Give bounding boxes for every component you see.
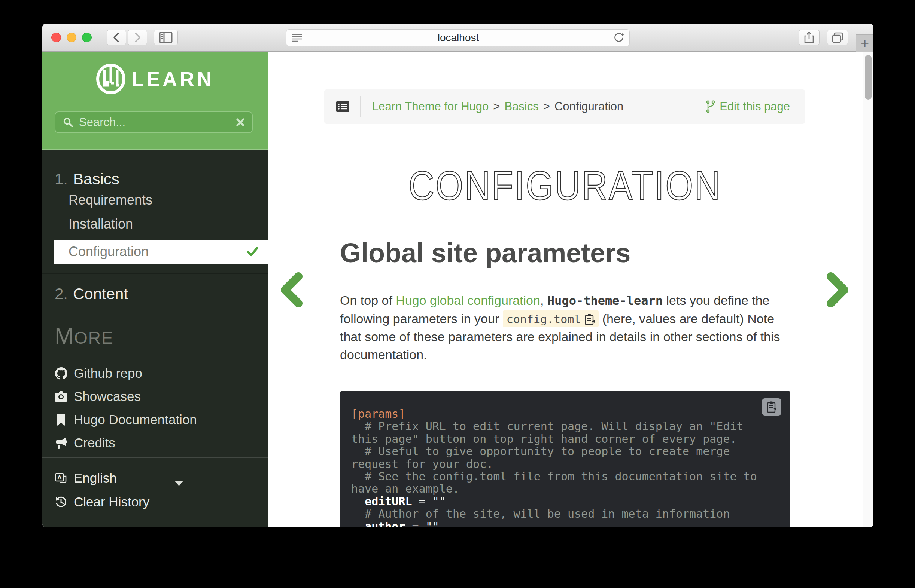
clipboard-copy-icon (766, 401, 777, 413)
sidebar-section-basics[interactable]: 1.Basics (42, 170, 268, 188)
browser-toolbar: localhost (42, 24, 873, 52)
github-icon (55, 367, 67, 380)
tabs-icon (831, 32, 844, 43)
sidebar-item-label: Installation (68, 216, 133, 231)
address-bar[interactable]: localhost (286, 29, 630, 46)
sidebar-link-hugo-documentation[interactable]: Hugo Documentation (42, 408, 268, 431)
forward-icon (133, 32, 142, 43)
code-line: # Useful to give opportunity to people t… (351, 445, 779, 457)
sidebar: LEARN Search... (42, 52, 268, 527)
sidebar-item-configuration[interactable]: Configuration (54, 240, 268, 264)
svg-text:A: A (58, 474, 62, 480)
search-placeholder: Search... (79, 116, 236, 129)
inline-code-text: config.toml (507, 313, 581, 326)
camera-icon (55, 391, 67, 402)
page-title-text: CONFIGURATION (408, 162, 721, 208)
list-icon[interactable] (336, 101, 349, 112)
back-button[interactable] (107, 29, 126, 45)
section-title: Basics (73, 170, 120, 188)
clear-history-label: Clear History (74, 494, 149, 509)
zoom-window-button[interactable] (82, 32, 92, 42)
page-scrollbar[interactable] (863, 52, 873, 527)
code-line: have an example. (351, 483, 779, 495)
search-icon (63, 117, 73, 128)
section-number: 2. (55, 285, 68, 303)
sidebar-toggle-button[interactable] (154, 29, 178, 45)
bullhorn-icon (55, 437, 67, 449)
clear-search-icon[interactable] (236, 118, 245, 126)
tabs-overview-button[interactable] (827, 29, 848, 45)
window-controls (42, 32, 92, 42)
section-number: 1. (55, 170, 68, 188)
reader-icon[interactable] (292, 33, 303, 43)
next-page-arrow[interactable] (826, 272, 850, 308)
history-icon (55, 496, 67, 508)
theme-name-bold: Hugo-theme-learn (547, 294, 663, 308)
breadcrumb-link-basics[interactable]: Basics (504, 100, 538, 113)
share-button[interactable] (798, 29, 819, 45)
sidebar-link-label: Github repo (74, 366, 142, 381)
scrollbar-thumb[interactable] (865, 55, 871, 100)
breadcrumb: Learn Theme for Hugo > Basics > Configur… (324, 89, 805, 124)
sidebar-link-showcases[interactable]: Showcases (42, 385, 268, 408)
edit-this-page-link[interactable]: Edit this page (706, 100, 790, 113)
browser-window: localhost (42, 24, 873, 527)
minimize-window-button[interactable] (66, 32, 76, 42)
bookmark-icon (57, 414, 65, 426)
sidebar-link-label: Credits (74, 435, 115, 450)
breadcrumb-link-site[interactable]: Learn Theme for Hugo (372, 100, 489, 113)
sidebar-header: LEARN Search... (42, 52, 268, 150)
logo-text: LEARN (131, 67, 214, 90)
sidebar-toggle-icon (159, 32, 173, 43)
intro-paragraph: On top of Hugo global configuration, Hug… (340, 292, 790, 363)
search-input[interactable]: Search... (55, 111, 253, 133)
chevron-down-icon (174, 480, 184, 486)
forward-button[interactable] (128, 29, 147, 45)
share-icon (804, 31, 814, 44)
sidebar-item-label: Requirements (68, 192, 152, 208)
inline-code: config.toml (503, 310, 599, 327)
prev-page-arrow[interactable] (280, 272, 303, 308)
more-heading: More (55, 323, 268, 349)
close-window-button[interactable] (51, 32, 61, 42)
back-icon (112, 32, 121, 43)
copy-code-button[interactable] (762, 398, 781, 415)
code-line: editURL = "" (351, 495, 779, 507)
sidebar-section-content[interactable]: 2.Content (42, 285, 268, 303)
page-title: CONFIGURATION (340, 161, 790, 213)
hugo-global-configuration-link[interactable]: Hugo global configuration (396, 293, 540, 307)
clear-history-button[interactable]: Clear History (42, 490, 268, 514)
breadcrumb-current: Configuration (554, 100, 623, 113)
sidebar-item-installation[interactable]: Installation (42, 212, 268, 236)
breadcrumb-divider (360, 96, 361, 118)
sidebar-link-github-repo[interactable]: Github repo (42, 362, 268, 385)
sidebar-item-requirements[interactable]: Requirements (42, 188, 268, 212)
code-line: [params] (351, 408, 779, 420)
language-icon: A (55, 472, 67, 484)
code-line: request for your doc. (351, 458, 779, 470)
code-line: this page" button on top right hand corn… (351, 433, 779, 445)
sidebar-footer: A English Clear Hi (42, 457, 268, 527)
sidebar-menu: 1.Basics Requirements Installation Confi… (42, 150, 268, 527)
check-icon (247, 247, 258, 257)
code-line: # See the config.toml file from this doc… (351, 470, 779, 483)
reload-icon[interactable] (614, 32, 624, 43)
sidebar-link-label: Hugo Documentation (74, 412, 197, 427)
language-selector[interactable]: A English (42, 466, 268, 490)
breadcrumb-separator: > (543, 100, 550, 113)
sidebar-item-label: Configuration (68, 245, 149, 258)
url-text: localhost (303, 32, 614, 44)
section-heading: Global site parameters (340, 238, 630, 268)
code-line: author = "" (351, 520, 779, 527)
edit-this-page-label: Edit this page (719, 100, 790, 113)
learn-logo-icon (96, 64, 125, 94)
page-content: Learn Theme for Hugo > Basics > Configur… (268, 52, 873, 527)
code-line: # Author of the site, will be used in me… (351, 507, 779, 520)
desktop-background: localhost (0, 0, 915, 588)
new-tab-button[interactable]: + (856, 34, 873, 52)
clipboard-copy-icon[interactable] (585, 313, 595, 325)
sidebar-link-credits[interactable]: Credits (42, 431, 268, 454)
site-logo[interactable]: LEARN (42, 52, 268, 94)
code-line: # Prefix URL to edit current page. Will … (351, 420, 779, 432)
code-block: [params] # Prefix URL to edit current pa… (340, 391, 790, 527)
